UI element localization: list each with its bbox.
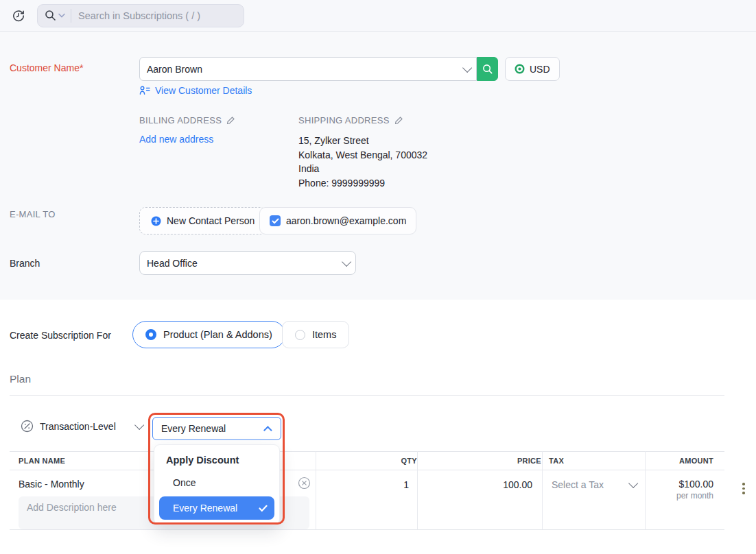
price-cell[interactable]: 100.00 — [417, 479, 532, 490]
shipping-address-block: SHIPPING ADDRESS 15, Zylker Street Kolka… — [298, 115, 427, 190]
new-subscription-page: Customer Name* Aaron Brown USD View Cust… — [0, 0, 756, 554]
check-icon — [272, 218, 279, 224]
radio-items-label: Items — [312, 329, 336, 340]
shipping-address-label: SHIPPING ADDRESS — [298, 115, 390, 125]
chevron-down-icon — [628, 479, 638, 488]
check-icon — [259, 505, 268, 512]
search-divider — [71, 9, 71, 23]
option-every-renewal-label: Every Renewal — [173, 503, 259, 514]
discount-frequency-value: Every Renewal — [161, 423, 266, 434]
remove-line-icon[interactable] — [298, 477, 311, 490]
search-input[interactable] — [78, 10, 237, 21]
col-plan-name: PLAN NAME — [19, 457, 65, 465]
search-icon — [45, 10, 56, 21]
customer-details-icon — [139, 86, 150, 95]
customer-name-label: Customer Name* — [10, 62, 83, 73]
global-search-box[interactable] — [37, 4, 244, 27]
tax-placeholder: Select a Tax — [552, 479, 628, 490]
billing-address-label: BILLING ADDRESS — [139, 115, 222, 125]
col-amount: AMOUNT — [679, 457, 713, 465]
column-divider — [417, 451, 418, 529]
branch-label: Branch — [10, 258, 40, 269]
create-subscription-for-label: Create Subscription For — [10, 330, 111, 341]
address-line: 15, Zylker Street — [298, 134, 427, 148]
branch-value: Head Office — [147, 258, 342, 269]
chevron-down-icon — [462, 62, 472, 72]
customer-name-value: Aaron Brown — [147, 64, 462, 75]
chevron-down-icon — [342, 256, 351, 266]
amount-cell: $100.00 — [678, 479, 713, 490]
col-qty: QTY — [401, 457, 417, 465]
radio-product-label: Product (Plan & Addons) — [163, 329, 272, 340]
col-price: PRICE — [517, 457, 541, 465]
view-customer-details-link[interactable]: View Customer Details — [139, 85, 252, 96]
option-every-renewal[interactable]: Every Renewal — [159, 496, 274, 520]
column-divider — [542, 451, 543, 529]
currency-button[interactable]: USD — [505, 57, 560, 81]
recent-history-icon[interactable] — [10, 7, 27, 25]
chevron-down-icon — [134, 420, 144, 429]
row-divider — [10, 529, 724, 530]
radio-unselected-icon — [295, 330, 305, 340]
column-divider — [316, 451, 316, 529]
customer-section: Customer Name* Aaron Brown USD View Cust… — [0, 32, 756, 300]
radio-items[interactable]: Items — [282, 321, 349, 348]
tax-select[interactable]: Select a Tax — [549, 474, 638, 496]
plan-divider — [10, 395, 724, 396]
customer-search-button[interactable] — [477, 57, 498, 81]
email-checkbox[interactable] — [270, 215, 281, 226]
customer-name-select[interactable]: Aaron Brown — [139, 57, 477, 81]
qty-cell[interactable]: 1 — [316, 479, 409, 490]
apply-discount-dropdown: Apply Discount Once Every Renewal — [154, 444, 280, 525]
amount-period: per month — [676, 491, 713, 501]
top-bar — [0, 0, 756, 32]
email-address-label: aaron.brown@example.com — [286, 215, 406, 226]
edit-pencil-icon[interactable] — [394, 116, 403, 125]
edit-pencil-icon[interactable] — [226, 116, 235, 125]
search-icon — [482, 64, 493, 75]
search-scope-chevron-icon[interactable] — [58, 13, 65, 18]
address-line: Phone: 9999999999 — [298, 176, 427, 191]
shipping-address-lines: 15, Zylker Street Kolkata, West Bengal, … — [298, 134, 427, 190]
col-tax: TAX — [549, 457, 564, 465]
radio-selected-icon — [145, 329, 156, 340]
discount-level-select[interactable]: Transaction-Level — [21, 420, 141, 433]
radio-product-plan-addons[interactable]: Product (Plan & Addons) — [132, 321, 285, 348]
plan-table-header: PLAN NAME QTY PRICE TAX AMOUNT — [10, 451, 724, 470]
apply-discount-header: Apply Discount — [154, 453, 279, 472]
new-contact-person-label: New Contact Person — [167, 215, 255, 226]
billing-address-block: BILLING ADDRESS Add new address — [139, 115, 235, 145]
discount-level-value: Transaction-Level — [40, 421, 116, 432]
discount-percent-icon — [21, 420, 34, 433]
address-line: Kolkata, West Bengal, 700032 — [298, 148, 427, 162]
option-once[interactable]: Once — [154, 472, 279, 496]
email-recipient-option[interactable]: aaron.brown@example.com — [259, 207, 416, 234]
plan-heading: Plan — [10, 373, 31, 385]
add-new-address-link[interactable]: Add new address — [139, 134, 235, 145]
view-customer-details-label: View Customer Details — [155, 85, 252, 96]
email-to-label: E-MAIL TO — [10, 209, 56, 219]
branch-select[interactable]: Head Office — [139, 251, 356, 275]
currency-icon — [515, 64, 525, 74]
currency-code: USD — [530, 64, 550, 75]
discount-frequency-select[interactable]: Every Renewal — [152, 417, 281, 440]
new-contact-person-button[interactable]: New Contact Person — [139, 207, 266, 234]
row-menu-icon[interactable] — [742, 483, 745, 494]
plan-name-cell[interactable]: Basic - Monthly — [19, 479, 84, 490]
plus-circle-icon — [151, 216, 161, 226]
column-divider — [645, 451, 646, 529]
address-line: India — [298, 162, 427, 176]
